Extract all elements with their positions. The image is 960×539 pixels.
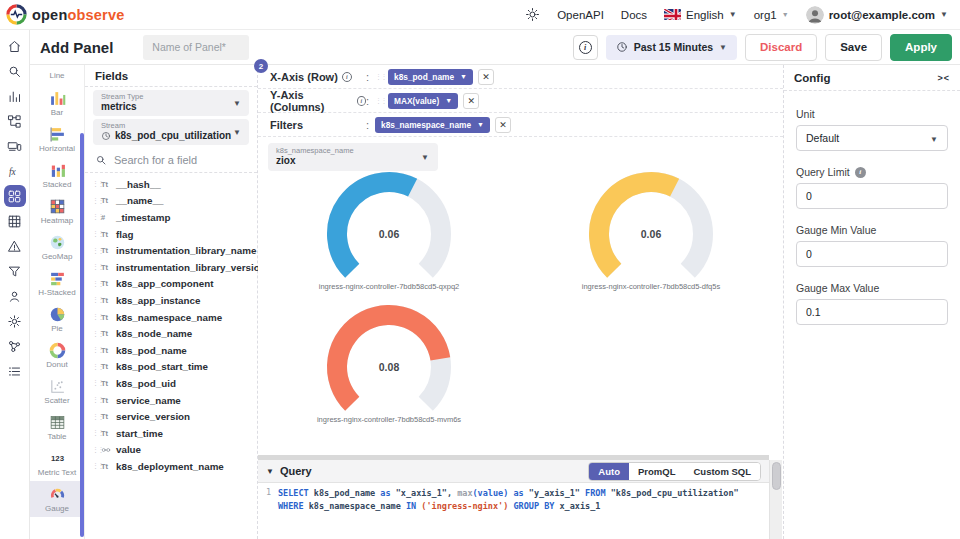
org-selector[interactable]: org1 ▼: [754, 9, 789, 21]
field-search-input[interactable]: [114, 154, 234, 166]
drag-handle-icon[interactable]: ⋮⋮: [92, 263, 101, 271]
chart-type-pie[interactable]: Pie: [30, 301, 84, 337]
stream-type-select[interactable]: Stream Type metrics ▼: [93, 90, 249, 116]
info-button[interactable]: i: [573, 35, 598, 60]
drag-handle-icon[interactable]: ⋮⋮: [92, 379, 101, 387]
chart-type-heatmap[interactable]: Heatmap: [30, 193, 84, 229]
rail-item-alerts-icon[interactable]: [4, 235, 26, 257]
field-item-__hash__[interactable]: ⋮⋮Tt__hash__: [85, 176, 257, 193]
field-item-instrumentation_library_name[interactable]: ⋮⋮Ttinstrumentation_library_name: [85, 242, 257, 259]
sql-editor[interactable]: 1 SELECT k8s_pod_name as "x_axis_1", max…: [258, 483, 769, 539]
field-item-start_time[interactable]: ⋮⋮Ttstart_time: [85, 425, 257, 442]
scrollbar-thumb[interactable]: [772, 462, 781, 490]
rail-item-home-icon[interactable]: [4, 35, 26, 57]
drag-handle-icon[interactable]: ⋮⋮: [92, 462, 101, 470]
chart-type-stacked[interactable]: Stacked: [30, 157, 84, 193]
collapse-panel-icon[interactable]: ><: [937, 73, 950, 83]
query-limit-input[interactable]: [796, 183, 948, 209]
field-item-k8s_pod_start_time[interactable]: ⋮⋮Ttk8s_pod_start_time: [85, 359, 257, 376]
chart-type-scatter[interactable]: Scatter: [30, 373, 84, 409]
rail-item-flow-icon[interactable]: [4, 110, 26, 132]
drag-handle-icon[interactable]: ⋮⋮: [92, 280, 101, 288]
field-item-flag[interactable]: ⋮⋮Ttflag: [85, 226, 257, 243]
rail-item-dashboards-icon[interactable]: [4, 185, 26, 207]
chart-type-donut[interactable]: Donut: [30, 337, 84, 373]
apply-button[interactable]: Apply: [890, 34, 952, 61]
chart-type-scrollbar[interactable]: [80, 133, 84, 537]
chart-type-metric-text[interactable]: 123Metric Text: [30, 445, 84, 481]
chart-type-h-stacked[interactable]: H-Stacked: [30, 265, 84, 301]
remove-x-axis-button[interactable]: ✕: [478, 69, 494, 85]
field-item-k8s_namespace_name[interactable]: ⋮⋮Ttk8s_namespace_name: [85, 309, 257, 326]
chart-type-gauge[interactable]: Gauge: [30, 481, 84, 517]
rail-item-bar-chart-icon[interactable]: [4, 85, 26, 107]
x-axis-field-chip[interactable]: k8s_pod_name▼: [388, 69, 473, 85]
rail-item-filter-icon[interactable]: [4, 260, 26, 282]
drag-handle-icon[interactable]: ⋮⋮: [92, 230, 101, 238]
filter-value-select[interactable]: k8s_namespace_name ziox ▼: [268, 143, 438, 171]
chart-type-line[interactable]: Line: [30, 65, 84, 85]
field-item-value[interactable]: ⋮⋮value: [85, 442, 257, 459]
rail-item-function-icon[interactable]: fx: [4, 160, 26, 182]
docs-link[interactable]: Docs: [621, 9, 647, 21]
rail-item-pipelines-icon[interactable]: [4, 335, 26, 357]
drag-handle-icon[interactable]: ⋮⋮: [92, 330, 101, 338]
editor-scrollbar[interactable]: [769, 460, 782, 539]
field-item-k8s_deployment_name[interactable]: ⋮⋮Ttk8s_deployment_name: [85, 458, 257, 475]
rail-item-grid-icon[interactable]: [4, 210, 26, 232]
drag-handle-icon[interactable]: ⋮⋮: [92, 247, 101, 255]
drag-handle-icon[interactable]: ⋮⋮: [92, 346, 101, 354]
openapi-link[interactable]: OpenAPI: [557, 9, 604, 21]
query-tab-custom-sql[interactable]: Custom SQL: [684, 463, 760, 480]
theme-toggle-icon[interactable]: [525, 7, 540, 22]
chart-type-table[interactable]: Table: [30, 409, 84, 445]
field-item-instrumentation_library_version[interactable]: ⋮⋮Ttinstrumentation_library_version: [85, 259, 257, 276]
time-range-button[interactable]: Past 15 Minutes ▼: [606, 35, 737, 60]
query-tab-promql[interactable]: PromQL: [629, 463, 684, 480]
query-tab-auto[interactable]: Auto: [589, 463, 629, 480]
field-item-service_version[interactable]: ⋮⋮Ttservice_version: [85, 408, 257, 425]
drag-handle-icon[interactable]: ⋮⋮: [92, 213, 101, 221]
field-item-_timestamp[interactable]: ⋮⋮#_timestamp: [85, 209, 257, 226]
panel-name-input[interactable]: [143, 35, 249, 60]
field-item-k8s_app_component[interactable]: ⋮⋮Ttk8s_app_component: [85, 276, 257, 293]
drag-handle-icon[interactable]: ⋮⋮: [92, 296, 101, 304]
field-item-k8s_app_instance[interactable]: ⋮⋮Ttk8s_app_instance: [85, 292, 257, 309]
rail-item-list-icon[interactable]: [4, 360, 26, 382]
field-item-k8s_node_name[interactable]: ⋮⋮Ttk8s_node_name: [85, 325, 257, 342]
drag-handle-icon[interactable]: ⋮⋮: [92, 180, 101, 188]
remove-filter-button[interactable]: ✕: [495, 117, 511, 133]
remove-y-axis-button[interactable]: ✕: [463, 93, 479, 109]
chart-type-bar[interactable]: Bar: [30, 85, 84, 121]
drag-handle-icon[interactable]: ⋮⋮: [92, 446, 101, 454]
rail-item-settings-icon[interactable]: [4, 310, 26, 332]
rail-item-devices-icon[interactable]: [4, 135, 26, 157]
rail-item-users-icon[interactable]: [4, 285, 26, 307]
user-menu[interactable]: root@example.com ▼: [806, 6, 948, 24]
chart-type-geomap[interactable]: GeoMap: [30, 229, 84, 265]
chart-type-horizontal[interactable]: Horizontal: [30, 121, 84, 157]
y-axis-field-chip[interactable]: MAX(value)▼: [388, 93, 458, 109]
sql-code[interactable]: SELECT k8s_pod_name as "x_axis_1", max(v…: [275, 483, 769, 539]
drag-handle-icon[interactable]: ⋮⋮: [92, 313, 101, 321]
drag-handle-icon[interactable]: ⋮⋮: [375, 73, 386, 81]
rail-item-search-icon[interactable]: [4, 60, 26, 82]
drag-handle-icon[interactable]: ⋮⋮: [92, 396, 101, 404]
discard-button[interactable]: Discard: [745, 34, 817, 61]
drag-handle-icon[interactable]: ⋮⋮: [92, 197, 101, 205]
drag-handle-icon[interactable]: ⋮⋮: [92, 413, 101, 421]
stream-select[interactable]: Stream k8s_pod_cpu_utilization ▼: [93, 119, 249, 145]
language-selector[interactable]: English ▼: [664, 9, 737, 21]
field-item-__name__[interactable]: ⋮⋮Tt__name__: [85, 193, 257, 210]
collapse-caret-icon[interactable]: ▼: [266, 467, 274, 476]
gauge-min-input[interactable]: [796, 241, 948, 267]
field-item-k8s_pod_uid[interactable]: ⋮⋮Ttk8s_pod_uid: [85, 375, 257, 392]
drag-handle-icon[interactable]: ⋮⋮: [92, 429, 101, 437]
filter-field-chip[interactable]: k8s_namespace_name▼: [375, 117, 490, 133]
drag-handle-icon[interactable]: ⋮⋮: [375, 97, 386, 105]
drag-handle-icon[interactable]: ⋮⋮: [92, 363, 101, 371]
unit-select[interactable]: Default▼: [796, 125, 948, 151]
gauge-max-input[interactable]: [796, 299, 948, 325]
field-item-k8s_pod_name[interactable]: ⋮⋮Ttk8s_pod_name: [85, 342, 257, 359]
field-item-service_name[interactable]: ⋮⋮Ttservice_name: [85, 392, 257, 409]
